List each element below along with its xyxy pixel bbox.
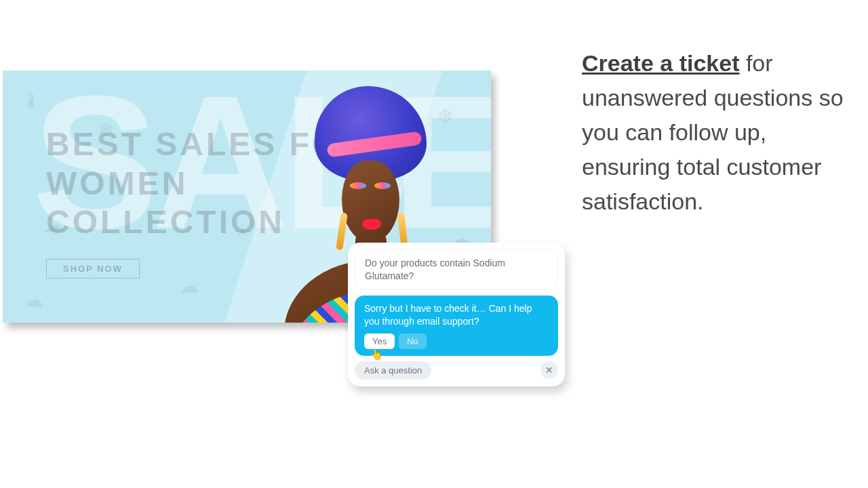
no-button[interactable]: No <box>399 333 427 349</box>
copy-headline: Create a ticket <box>582 50 739 76</box>
cursor-icon: 👆 <box>370 347 383 362</box>
bot-message: Sorry but I have to check it… Can I help… <box>355 296 558 356</box>
model-eyeshadow <box>350 182 366 189</box>
bot-message-text: Sorry but I have to check it… Can I help… <box>364 303 532 327</box>
close-icon: ✕ <box>545 365 553 375</box>
model-face <box>342 161 399 242</box>
shop-now-button[interactable]: SHOP NOW <box>46 259 140 279</box>
chat-suggestion-row: Ask a question ✕ <box>355 361 558 380</box>
user-message: Do your products contain Sodium Glutamat… <box>355 249 558 290</box>
close-suggestion-button[interactable]: ✕ <box>540 361 558 379</box>
bot-button-row: Yes No 👆 <box>364 333 549 349</box>
model-lips <box>362 219 381 230</box>
chat-widget: Do your products contain Sodium Glutamat… <box>348 243 565 386</box>
yes-button[interactable]: Yes <box>364 333 395 349</box>
model-earring <box>336 213 348 251</box>
model-eyeshadow <box>374 182 391 189</box>
suggestion-chip[interactable]: Ask a question <box>355 361 431 380</box>
cloud-icon: ☁ <box>23 287 43 311</box>
cloud-icon: ☁ <box>179 274 199 298</box>
marketing-copy: Create a ticket for unanswered questions… <box>582 46 846 219</box>
